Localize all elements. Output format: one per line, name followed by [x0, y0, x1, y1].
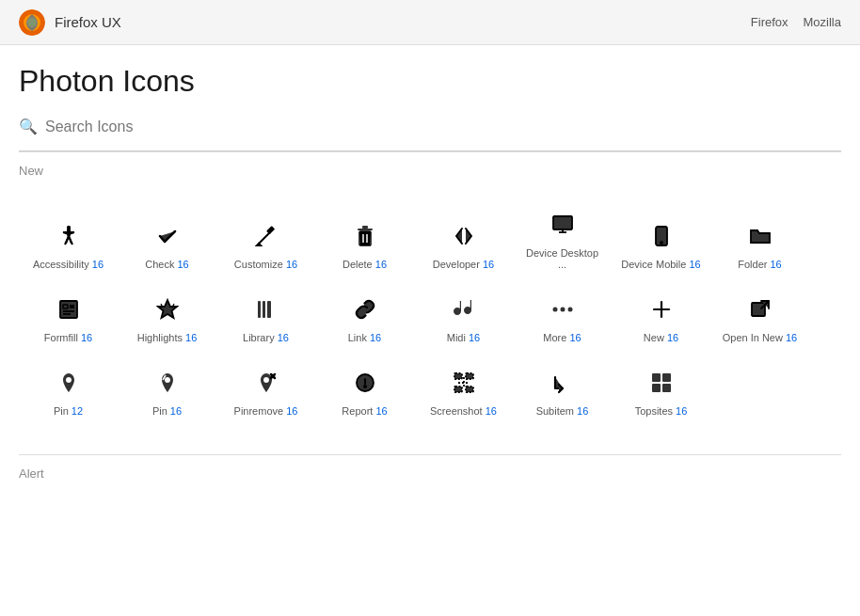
icon-device-desktop[interactable]: Device Desktop ...: [513, 195, 612, 279]
icon-more[interactable]: More 16: [513, 279, 612, 353]
svg-rect-30: [258, 301, 261, 318]
svg-rect-38: [752, 303, 765, 316]
mozilla-link[interactable]: Mozilla: [804, 15, 841, 29]
svg-point-35: [567, 308, 572, 312]
icon-label-folder: Folder 16: [738, 259, 782, 270]
svg-rect-23: [63, 305, 68, 308]
icon-grid-new: Accessibility 16 Check 16: [19, 185, 841, 435]
search-input[interactable]: [45, 118, 841, 135]
section-new: New Accessibility 16: [19, 151, 841, 454]
developer-icon: [449, 221, 479, 251]
library-icon: [251, 294, 281, 324]
icon-label-delete: Delete 16: [342, 259, 387, 270]
svg-rect-12: [362, 226, 368, 229]
search-icon: 🔍: [19, 118, 38, 135]
folder-icon: [745, 221, 775, 251]
icon-accessibility[interactable]: Accessibility 16: [19, 195, 118, 279]
midi-icon: [449, 294, 479, 324]
icon-delete[interactable]: Delete 16: [315, 195, 414, 279]
icon-label-device-mobile: Device Mobile 16: [621, 259, 700, 270]
icon-pin-12[interactable]: Pin 12: [19, 353, 118, 426]
highlights-icon: [152, 294, 183, 324]
svg-rect-22: [60, 301, 77, 318]
icon-check[interactable]: Check 16: [118, 195, 216, 279]
link-icon: [350, 294, 380, 324]
icon-label-library: Library 16: [243, 332, 289, 343]
firefox-link[interactable]: Firefox: [751, 15, 788, 29]
icon-open-in-new[interactable]: Open In New 16: [710, 279, 809, 353]
section-label-new: New: [19, 152, 841, 185]
device-desktop-icon: [548, 210, 578, 240]
screenshot-icon: [449, 368, 479, 398]
icon-label-open-in-new: Open In New 16: [723, 332, 798, 343]
icon-label-pinremove: Pinremove 16: [234, 405, 298, 417]
new-icon: [646, 294, 677, 324]
icon-label-midi: Midi 16: [447, 332, 480, 343]
svg-rect-47: [454, 387, 462, 392]
icon-label-link: Link 16: [348, 332, 382, 343]
nav-left: Firefox UX: [19, 9, 121, 36]
more-icon: [548, 294, 578, 324]
pinremove-icon: [251, 368, 281, 398]
icon-customize[interactable]: Customize 16: [216, 195, 315, 279]
icon-topsites[interactable]: Topsites 16: [612, 353, 710, 426]
subitem-icon: [548, 368, 578, 398]
report-icon: [350, 368, 380, 398]
icon-new[interactable]: New 16: [612, 279, 710, 353]
topsites-icon: [646, 368, 677, 398]
nav-bar: Firefox UX Firefox Mozilla: [0, 0, 860, 45]
page-content: Photon Icons 🔍 New Accessibility 16: [0, 45, 860, 526]
svg-point-44: [363, 386, 365, 387]
check-icon: [152, 221, 183, 251]
nav-links: Firefox Mozilla: [751, 15, 841, 29]
section-alert: Alert: [19, 454, 841, 526]
icon-link[interactable]: Link 16: [315, 279, 414, 353]
firefox-logo: [19, 9, 45, 36]
icon-folder[interactable]: Folder 16: [710, 195, 809, 279]
svg-rect-9: [67, 229, 71, 236]
icon-pinremove[interactable]: Pinremove 16: [216, 353, 315, 426]
search-bar: 🔍: [19, 118, 841, 151]
device-mobile-icon: [646, 221, 677, 251]
section-label-alert: Alert: [19, 455, 841, 488]
svg-rect-51: [652, 373, 661, 382]
icon-library[interactable]: Library 16: [216, 279, 315, 353]
open-in-new-icon: [745, 294, 775, 324]
icon-label-subitem: Subitem 16: [536, 405, 589, 417]
svg-rect-52: [662, 373, 671, 382]
svg-line-10: [259, 232, 270, 244]
icon-label-pin-12: Pin 12: [54, 405, 83, 417]
icon-label-highlights: Highlights 16: [137, 332, 198, 343]
icon-developer[interactable]: Developer 16: [414, 195, 513, 279]
icon-screenshot[interactable]: Screenshot 16: [414, 353, 513, 426]
accessibility-icon: [54, 221, 84, 251]
icon-label-accessibility: Accessibility 16: [33, 259, 104, 270]
customize-icon: [251, 221, 281, 251]
svg-rect-13: [358, 229, 373, 230]
icon-subitem[interactable]: Subitem 16: [513, 353, 612, 426]
icon-label-developer: Developer 16: [433, 259, 494, 270]
icon-label-pin-16: Pin 16: [152, 405, 182, 417]
svg-point-21: [661, 242, 662, 244]
svg-rect-54: [662, 384, 671, 392]
icon-midi[interactable]: Midi 16: [414, 279, 513, 353]
icon-highlights[interactable]: Highlights 16: [118, 279, 216, 353]
svg-rect-32: [267, 301, 271, 318]
icon-formfill[interactable]: Formfill 16: [19, 279, 118, 353]
icon-label-topsites: Topsites 16: [635, 405, 688, 417]
icon-report[interactable]: Report 16: [315, 353, 414, 426]
icon-label-report: Report 16: [342, 405, 387, 417]
svg-rect-48: [466, 387, 473, 392]
icon-label-formfill: Formfill 16: [44, 332, 92, 343]
svg-point-34: [560, 308, 565, 312]
icon-label-new: New 16: [644, 332, 678, 343]
icon-pin-16[interactable]: Pin 16: [118, 353, 216, 426]
svg-rect-31: [263, 301, 265, 318]
svg-rect-17: [553, 216, 572, 229]
svg-rect-11: [266, 226, 275, 234]
icon-device-mobile[interactable]: Device Mobile 16: [612, 195, 710, 279]
svg-point-33: [552, 308, 557, 312]
icon-label-customize: Customize 16: [234, 259, 297, 270]
icon-label-screenshot: Screenshot 16: [430, 405, 497, 417]
page-title: Photon Icons: [19, 64, 841, 99]
